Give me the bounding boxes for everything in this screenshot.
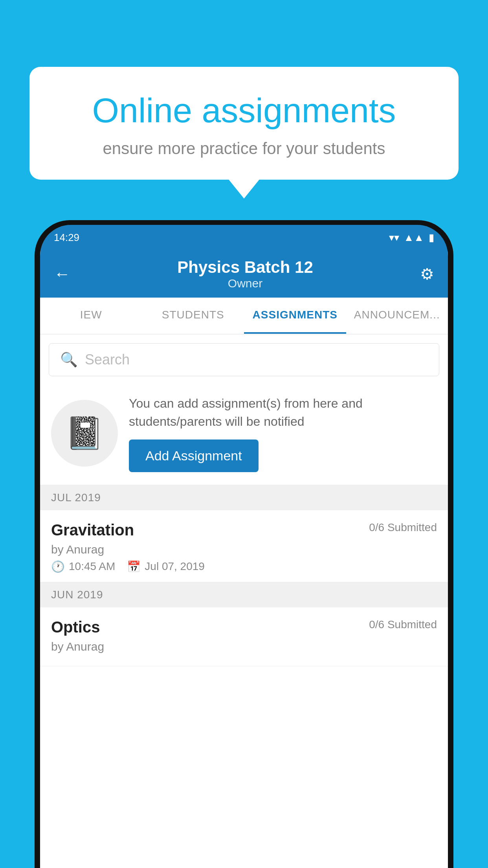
search-icon: 🔍 (60, 351, 78, 368)
assignment-by-optics: by Anurag (51, 640, 437, 653)
assignment-title-gravitation: Gravitation (51, 521, 134, 539)
assignment-meta-gravitation: 🕐 10:45 AM 📅 Jul 07, 2019 (51, 560, 437, 573)
tabs-bar: IEW STUDENTS ASSIGNMENTS ANNOUNCEM... (40, 298, 448, 335)
section-header-jul: JUL 2019 (40, 485, 448, 510)
tab-assignments[interactable]: ASSIGNMENTS (244, 298, 346, 334)
phone-content: 🔍 Search 📓 You can add assignment(s) fro… (40, 335, 448, 868)
header-title-container: Physics Batch 12 Owner (177, 258, 313, 290)
header-title: Physics Batch 12 (177, 258, 313, 277)
assignment-header-row-optics: Optics 0/6 Submitted (51, 618, 437, 636)
speech-bubble-title: Online assignments (57, 90, 431, 131)
battery-icon: ▮ (429, 232, 434, 244)
assignment-item-gravitation[interactable]: Gravitation 0/6 Submitted by Anurag 🕐 10… (40, 510, 448, 582)
speech-bubble-subtitle: ensure more practice for your students (57, 139, 431, 158)
clock-icon: 🕐 (51, 560, 65, 573)
assignment-date-value: Jul 07, 2019 (145, 560, 205, 573)
assignment-time-value: 10:45 AM (69, 560, 115, 573)
phone: 14:29 ▾▾ ▲▲ ▮ ← Physics Batch 12 Owner ⚙… (35, 220, 453, 868)
search-input[interactable]: Search (85, 351, 130, 368)
back-button[interactable]: ← (54, 265, 70, 283)
phone-inner: 14:29 ▾▾ ▲▲ ▮ ← Physics Batch 12 Owner ⚙… (40, 225, 448, 868)
add-assignment-right: You can add assignment(s) from here and … (129, 394, 437, 472)
assignment-header-row: Gravitation 0/6 Submitted (51, 521, 437, 539)
tab-students[interactable]: STUDENTS (142, 298, 244, 334)
add-assignment-description: You can add assignment(s) from here and … (129, 394, 437, 431)
settings-button[interactable]: ⚙ (420, 265, 434, 283)
status-icons: ▾▾ ▲▲ ▮ (389, 232, 434, 244)
speech-bubble-container: Online assignments ensure more practice … (29, 67, 459, 180)
notebook-icon: 📓 (65, 415, 104, 452)
assignment-submitted-optics: 0/6 Submitted (369, 618, 437, 631)
phone-screen: ← Physics Batch 12 Owner ⚙ IEW STUDENTS … (40, 250, 448, 868)
speech-bubble: Online assignments ensure more practice … (29, 67, 459, 180)
assignment-by-gravitation: by Anurag (51, 543, 437, 556)
calendar-icon: 📅 (127, 560, 141, 573)
assignment-time-gravitation: 🕐 10:45 AM (51, 560, 115, 573)
section-header-jun: JUN 2019 (40, 582, 448, 607)
add-assignment-button[interactable]: Add Assignment (129, 440, 259, 472)
assignment-submitted-gravitation: 0/6 Submitted (369, 521, 437, 534)
tab-iew[interactable]: IEW (40, 298, 142, 334)
assignment-icon-circle: 📓 (51, 400, 118, 467)
header-subtitle: Owner (177, 277, 313, 290)
tab-announcements[interactable]: ANNOUNCEM... (346, 298, 448, 334)
status-bar: 14:29 ▾▾ ▲▲ ▮ (40, 225, 448, 250)
add-assignment-card: 📓 You can add assignment(s) from here an… (40, 383, 448, 485)
assignment-date-gravitation: 📅 Jul 07, 2019 (127, 560, 205, 573)
assignment-item-optics[interactable]: Optics 0/6 Submitted by Anurag (40, 607, 448, 666)
status-time: 14:29 (54, 232, 79, 244)
assignment-title-optics: Optics (51, 618, 100, 636)
signal-icon: ▲▲ (404, 232, 424, 244)
search-bar[interactable]: 🔍 Search (49, 343, 439, 376)
wifi-icon: ▾▾ (389, 232, 399, 244)
app-header: ← Physics Batch 12 Owner ⚙ (40, 250, 448, 298)
